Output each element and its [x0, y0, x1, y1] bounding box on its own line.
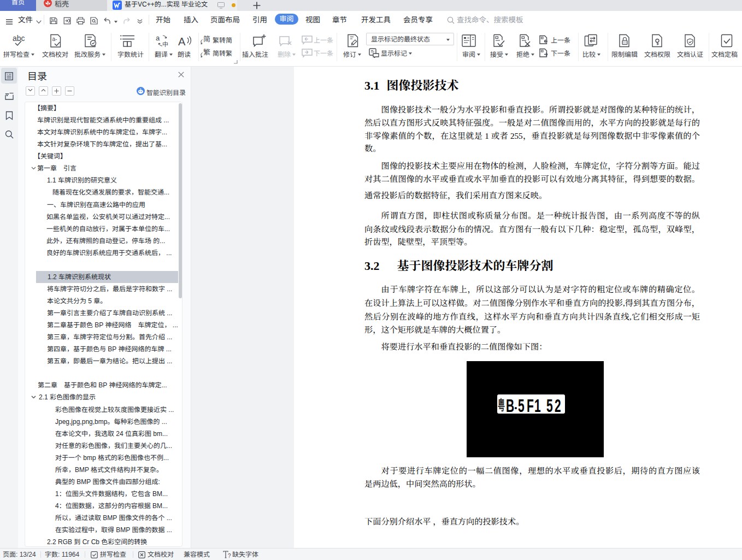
svg-text:abc: abc	[13, 34, 25, 43]
svg-text:a: a	[156, 34, 160, 42]
svg-text:中: 中	[162, 39, 168, 48]
svg-text:A: A	[178, 36, 186, 48]
svg-text:a-: a-	[52, 36, 57, 42]
svg-text:?: ?	[228, 553, 231, 558]
